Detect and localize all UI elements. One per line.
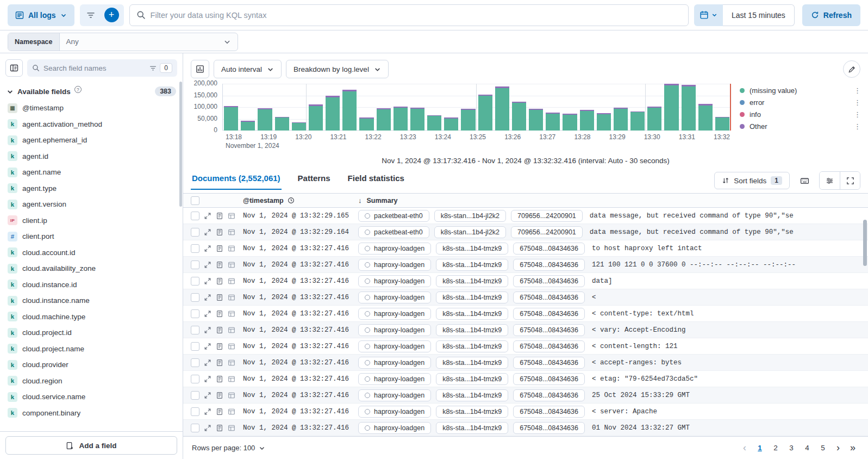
legend-menu-icon[interactable]: ⋮ (854, 86, 860, 95)
field-item[interactable]: kcloud.instance.id (3, 277, 180, 293)
service-badge[interactable]: haproxy-loadgen (358, 324, 431, 336)
service-badge[interactable]: haproxy-loadgen (358, 308, 431, 320)
field-item[interactable]: kcloud.machine.type (3, 309, 180, 325)
pod-badge[interactable]: k8s-sta...1b4-tmzk9 (436, 259, 508, 271)
row-checkbox[interactable] (191, 228, 199, 237)
pod-badge[interactable]: k8s-sta...1b4-tmzk9 (436, 308, 508, 320)
row-checkbox[interactable] (191, 212, 199, 220)
pod-badge[interactable]: k8s-sta...1b4-tmzk9 (436, 406, 508, 418)
doc-details-icon[interactable] (216, 343, 223, 350)
service-badge[interactable]: packetbeat-eth0 (358, 210, 429, 222)
histogram-bar[interactable] (275, 84, 289, 131)
expand-row-icon[interactable] (204, 359, 211, 367)
legend-item[interactable]: Other⋮ (740, 122, 860, 131)
expand-row-icon[interactable] (204, 424, 211, 432)
histogram-bar[interactable] (630, 84, 645, 131)
pod-badge[interactable]: k8s-sta...1b4-tmzk9 (436, 340, 508, 352)
expand-row-icon[interactable] (204, 245, 211, 252)
pod-badge[interactable]: k8s-sta...1b4-tmzk9 (436, 389, 508, 401)
histogram-bar[interactable] (529, 84, 543, 131)
trace-badge[interactable]: 675048...08434636 (513, 259, 585, 271)
field-item[interactable]: kcloud.region (3, 373, 180, 389)
histogram-bar[interactable] (309, 84, 323, 131)
pod-badge[interactable]: k8s-sta...1b4-tmzk9 (436, 357, 508, 369)
surrounding-docs-icon[interactable] (228, 245, 235, 252)
select-all-checkbox[interactable] (191, 196, 199, 205)
trace-badge[interactable]: 709656...24200901 (511, 226, 583, 238)
legend-menu-icon[interactable]: ⋮ (854, 98, 860, 107)
edit-visualization-button[interactable] (843, 60, 860, 78)
surrounding-docs-icon[interactable] (228, 359, 235, 367)
page-3-button[interactable]: 3 (784, 441, 798, 455)
field-type-filter-button[interactable]: 0 (149, 63, 172, 73)
pod-badge[interactable]: k8s-sta...1b4-tmzk9 (436, 291, 508, 303)
row-checkbox[interactable] (191, 326, 199, 334)
field-item[interactable]: kagent.type (3, 181, 180, 197)
service-badge[interactable]: haproxy-loadgen (358, 243, 431, 255)
previous-page-button[interactable]: ‹ (738, 442, 751, 454)
grid-scrollbar-thumb[interactable] (863, 220, 867, 266)
trace-badge[interactable]: 675048...08434636 (513, 373, 585, 385)
pod-badge[interactable]: k8s-sta...1b4-tmzk9 (436, 275, 508, 287)
breakdown-select[interactable]: Breakdown by log.level (286, 60, 389, 78)
row-checkbox[interactable] (191, 342, 199, 351)
surrounding-docs-icon[interactable] (228, 343, 235, 350)
row-checkbox[interactable] (191, 244, 199, 253)
doc-details-icon[interactable] (216, 310, 223, 318)
trace-badge[interactable]: 709656...24200901 (511, 210, 583, 222)
trace-badge[interactable]: 675048...08434636 (513, 357, 585, 369)
histogram-bar[interactable] (326, 84, 340, 131)
trace-badge[interactable]: 675048...08434636 (513, 422, 585, 434)
surrounding-docs-icon[interactable] (228, 212, 235, 220)
legend-menu-icon[interactable]: ⋮ (854, 110, 860, 119)
row-checkbox[interactable] (191, 375, 199, 383)
field-item[interactable]: IPclient.ip (3, 213, 180, 229)
legend-menu-icon[interactable]: ⋮ (854, 122, 860, 131)
expand-row-icon[interactable] (204, 408, 211, 415)
field-item[interactable]: kcloud.account.id (3, 245, 180, 261)
doc-details-icon[interactable] (216, 359, 223, 367)
help-icon[interactable]: ? (74, 86, 82, 93)
histogram-bar[interactable] (512, 84, 526, 131)
field-item[interactable]: kcomponent.binary (3, 405, 180, 421)
expand-row-icon[interactable] (204, 343, 211, 350)
rows-per-page-button[interactable]: Rows per page: 100 (192, 444, 265, 452)
field-item[interactable]: kcloud.instance.name (3, 293, 180, 309)
doc-details-icon[interactable] (216, 294, 223, 301)
fullscreen-button[interactable] (840, 172, 860, 189)
tab-documents[interactable]: Documents (2,552,061) (191, 170, 282, 190)
histogram-bar[interactable] (461, 84, 475, 131)
add-filter-button[interactable]: + (104, 8, 119, 22)
row-checkbox[interactable] (191, 260, 199, 269)
trace-badge[interactable]: 675048...08434636 (513, 324, 585, 336)
trace-badge[interactable]: 675048...08434636 (513, 291, 585, 303)
surrounding-docs-icon[interactable] (228, 375, 235, 383)
field-item[interactable]: kcloud.service.name (3, 389, 180, 405)
surrounding-docs-icon[interactable] (228, 310, 235, 318)
service-badge[interactable]: haproxy-loadgen (358, 340, 431, 352)
histogram-bar[interactable] (342, 84, 357, 131)
trace-badge[interactable]: 675048...08434636 (513, 389, 585, 401)
histogram-bar[interactable] (444, 84, 458, 131)
next-page-button[interactable]: › (832, 442, 845, 454)
summary-column-header[interactable]: ↓ Summary (358, 196, 868, 204)
trace-badge[interactable]: 675048...08434636 (513, 406, 585, 418)
page-5-button[interactable]: 5 (816, 441, 830, 455)
page-2-button[interactable]: 2 (769, 441, 783, 455)
service-badge[interactable]: haproxy-loadgen (358, 275, 431, 287)
histogram-bar[interactable] (614, 84, 628, 131)
service-badge[interactable]: haproxy-loadgen (358, 373, 431, 385)
display-options-button[interactable] (820, 172, 840, 189)
service-badge[interactable]: haproxy-loadgen (358, 389, 431, 401)
doc-details-icon[interactable] (216, 392, 223, 399)
histogram-bar[interactable] (682, 84, 696, 131)
legend-item[interactable]: (missing value)⋮ (740, 86, 860, 95)
histogram-bar[interactable] (698, 84, 713, 131)
histogram-bar[interactable] (647, 84, 661, 131)
histogram-bar[interactable] (410, 84, 424, 131)
surrounding-docs-icon[interactable] (228, 326, 235, 334)
expand-row-icon[interactable] (204, 392, 211, 399)
trace-badge[interactable]: 675048...08434636 (513, 243, 585, 255)
sort-descending-icon[interactable]: ↓ (358, 196, 362, 204)
doc-details-icon[interactable] (216, 212, 223, 220)
